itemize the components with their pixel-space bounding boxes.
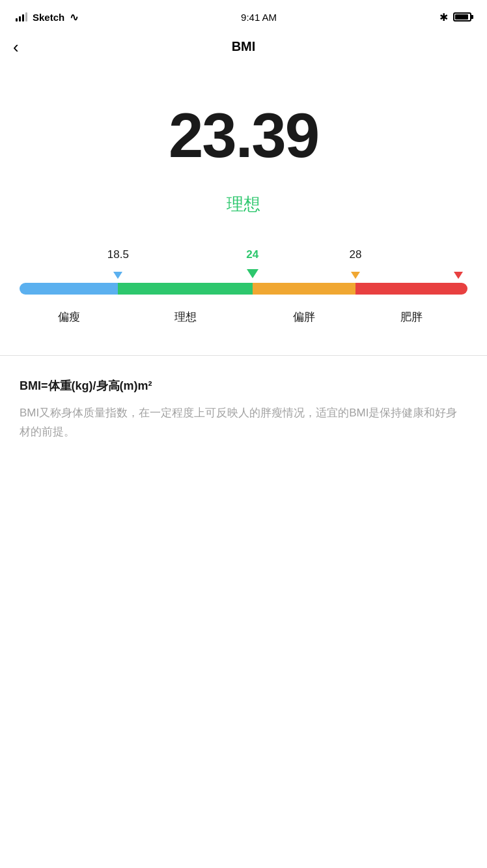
threshold-label-185: 18.5 [107, 248, 129, 261]
threshold-label-28: 28 [350, 248, 362, 261]
threshold-label-24: 24 [246, 248, 258, 261]
scale-categories: 偏瘦 理想 偏胖 肥胖 [20, 310, 467, 329]
scale-labels-top: 18.5 24 28 [20, 248, 467, 272]
bmi-scale-section: 18.5 24 28 偏瘦 理想 偏胖 [0, 248, 487, 349]
bmi-status-section: 理想 [0, 186, 487, 248]
marker-28 [351, 272, 360, 279]
category-underweight: 偏瘦 [58, 310, 80, 325]
category-ideal: 理想 [174, 310, 197, 325]
marker-24-current [247, 269, 258, 278]
battery-icon [453, 12, 471, 22]
segment-underweight [20, 283, 118, 295]
status-right: ✱ [439, 11, 471, 23]
wifi-icon: ∿ [70, 11, 78, 23]
category-obese: 肥胖 [400, 310, 423, 325]
marker-arrow-24 [247, 269, 258, 278]
bluetooth-icon: ✱ [439, 11, 448, 23]
category-overweight: 偏胖 [293, 310, 315, 325]
marker-end [454, 272, 463, 279]
bmi-value-section: 23.39 [0, 65, 487, 186]
signal-icon [16, 12, 27, 22]
section-divider [0, 355, 487, 356]
segment-ideal [118, 283, 252, 295]
scale-bar-wrapper [20, 273, 467, 304]
bmi-status-label: 理想 [227, 193, 260, 216]
marker-185 [113, 272, 122, 279]
carrier-label: Sketch [33, 12, 64, 23]
bmi-value: 23.39 [169, 104, 318, 167]
status-bar: Sketch ∿ 9:41 AM ✱ [0, 0, 487, 29]
formula-section: BMI=体重(kg)/身高(m)m² BMI又称身体质量指数，在一定程度上可反映… [0, 371, 487, 455]
status-left: Sketch ∿ [16, 11, 78, 23]
nav-bar: ‹ BMI [0, 29, 487, 65]
marker-arrow-185 [113, 272, 122, 279]
marker-arrow-28 [351, 272, 360, 279]
back-button[interactable]: ‹ [13, 38, 19, 55]
segment-overweight [253, 283, 355, 295]
formula-title: BMI=体重(kg)/身高(m)m² [20, 378, 467, 394]
marker-arrow-end [454, 272, 463, 279]
formula-description: BMI又称身体质量指数，在一定程度上可反映人的胖瘦情况，适宜的BMI是保持健康和… [20, 404, 467, 442]
page-title: BMI [232, 39, 256, 54]
time-label: 9:41 AM [241, 12, 277, 23]
segment-obese [355, 283, 467, 295]
scale-bar [20, 283, 467, 295]
